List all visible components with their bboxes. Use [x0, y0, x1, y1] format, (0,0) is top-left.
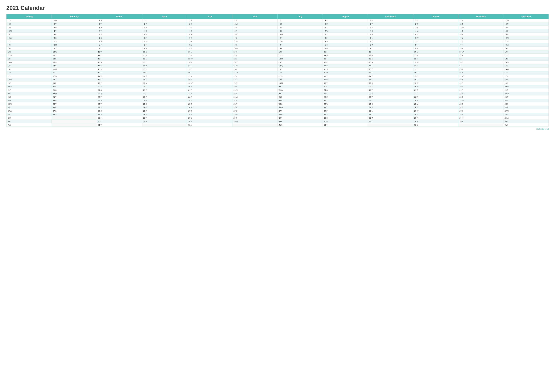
day-letter: T — [326, 124, 328, 126]
day-letter: F — [417, 68, 418, 70]
month-header-july: July — [278, 14, 323, 19]
day-number: 21 — [188, 89, 190, 91]
day-cell-december-29: 29W — [504, 116, 549, 120]
day-number: 8 — [414, 44, 416, 46]
day-letter: T — [101, 121, 102, 122]
day-letter: T — [507, 23, 508, 25]
day-number: 11 — [278, 54, 281, 56]
day-letter: S — [417, 72, 418, 74]
day-cell-may-29: 29S — [187, 116, 232, 120]
day-number: 17 — [188, 75, 190, 77]
day-number: 12 — [278, 58, 281, 60]
day-letter: S — [146, 54, 147, 56]
day-number: 10 — [414, 51, 416, 53]
day-letter: S — [372, 54, 373, 56]
day-cell-november-17: 17W — [458, 74, 504, 78]
day-number: 5 — [369, 34, 371, 36]
day-letter: T — [10, 107, 11, 108]
day-letter: S — [281, 79, 282, 81]
day-number: 25 — [414, 103, 416, 105]
day-letter: S — [372, 107, 373, 108]
day-cell-september-7: 7T — [368, 40, 413, 43]
day-number: 16 — [323, 72, 326, 74]
month-header-april: April — [142, 14, 187, 19]
day-cell-may-25: 25T — [187, 102, 232, 106]
day-number: 23 — [323, 96, 326, 98]
day-letter: T — [462, 72, 463, 74]
day-cell-october-28: 28T — [413, 113, 458, 116]
day-cell-april-7: 7W — [142, 40, 187, 43]
day-cell-december-30: 30T — [504, 120, 549, 123]
day-cell-june-5: 5S — [232, 33, 278, 36]
day-number: 8 — [323, 44, 326, 46]
day-number: 26 — [414, 107, 416, 108]
day-letter: M — [326, 47, 328, 49]
day-number: 21 — [7, 89, 10, 91]
day-number: 15 — [414, 68, 416, 70]
day-letter: T — [146, 44, 147, 46]
day-cell-july-27: 27T — [278, 109, 323, 113]
day-number: 18 — [323, 79, 326, 81]
day-number: 23 — [233, 96, 236, 98]
day-letter: S — [10, 51, 11, 53]
day-cell-february-6: 6S — [51, 36, 97, 40]
day-cell-september-15: 15W — [368, 68, 413, 71]
day-letter: T — [101, 79, 102, 81]
day-number: 19 — [233, 82, 236, 84]
day-number: 28 — [504, 114, 507, 115]
day-number: 18 — [233, 79, 236, 81]
month-header-row: JanuaryFebruaryMarchAprilMayJuneJulyAugu… — [7, 14, 549, 19]
day-number: 18 — [278, 79, 281, 81]
day-cell-september-13: 13M — [368, 61, 413, 64]
day-letter: M — [372, 61, 373, 63]
day-letter: T — [10, 65, 11, 67]
day-number: 6 — [369, 37, 371, 39]
day-cell-april-10: 10S — [142, 50, 187, 54]
day-cell-december-28: 28T — [504, 113, 549, 116]
day-number: 13 — [414, 61, 416, 63]
day-number: 8 — [369, 44, 371, 46]
day-number: 25 — [459, 103, 461, 105]
day-cell-january-9: 9S — [7, 47, 52, 50]
day-number: 27 — [7, 110, 10, 112]
day-cell-december-7: 7T — [504, 40, 549, 43]
day-cell-april-19: 19M — [142, 81, 187, 85]
day-number: 12 — [188, 58, 190, 60]
calendar-row: 26T26F26F26M26W26S26M26T26S26T26F26S — [7, 106, 549, 109]
day-number: 17 — [233, 75, 236, 77]
calendar-row: 30S30T30F30S30W30F30M30T30S30T30T — [7, 120, 549, 123]
day-letter: M — [281, 107, 283, 108]
day-cell-august-5: 5T — [323, 33, 368, 36]
day-letter: T — [326, 100, 328, 101]
day-letter: S — [10, 27, 11, 29]
day-cell-june-7: 7M — [232, 40, 278, 43]
day-cell-june-26: 26S — [232, 106, 278, 109]
day-letter: T — [281, 61, 282, 63]
day-number: 7 — [504, 41, 507, 42]
day-cell-december-2: 2T — [504, 22, 549, 26]
day-letter: T — [281, 68, 282, 70]
day-number: 15 — [323, 68, 326, 70]
day-number: 12 — [369, 58, 371, 60]
day-letter: T — [462, 79, 463, 81]
day-number: 29 — [504, 117, 507, 119]
day-cell-june-15: 15T — [232, 68, 278, 71]
day-number: 7 — [459, 41, 461, 42]
day-letter: S — [417, 121, 418, 122]
day-number: 21 — [143, 89, 145, 91]
day-number: 5 — [233, 34, 236, 36]
day-letter: M — [101, 44, 102, 46]
day-number: 17 — [7, 75, 10, 77]
day-cell-january-13: 13W — [7, 61, 52, 64]
day-cell-october-22: 22F — [413, 92, 458, 95]
day-number: 30 — [143, 121, 145, 122]
day-cell-november-3: 3W — [458, 26, 504, 29]
day-cell-march-10: 10W — [97, 50, 142, 54]
day-letter: M — [10, 79, 12, 81]
day-number: 19 — [278, 82, 281, 84]
day-letter: F — [417, 117, 418, 119]
day-cell-may-18: 18T — [187, 78, 232, 81]
day-number: 5 — [7, 34, 10, 36]
day-letter: S — [191, 44, 192, 46]
day-letter: S — [417, 51, 418, 53]
